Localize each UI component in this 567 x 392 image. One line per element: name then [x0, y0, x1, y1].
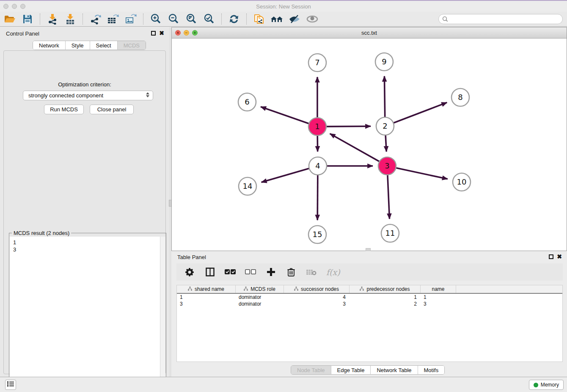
tab-network[interactable]: Network — [33, 41, 65, 50]
column-header-successor-nodes[interactable]: successor nodes — [284, 285, 350, 293]
search-input[interactable] — [438, 14, 563, 24]
table-cell[interactable]: dominator — [236, 294, 284, 301]
save-session-icon[interactable] — [21, 13, 34, 25]
graph-node-15[interactable]: 15 — [308, 226, 326, 243]
column-header-name[interactable]: name — [421, 285, 456, 293]
network-window-titlebar[interactable]: × − + scc.txt — [172, 28, 567, 39]
graph-node-label: 1 — [315, 122, 319, 131]
column-tree-icon — [360, 286, 364, 292]
duplicate-network-icon[interactable] — [253, 13, 265, 25]
graph-edge-3-10[interactable] — [396, 168, 448, 179]
show-columns-icon[interactable] — [204, 267, 215, 278]
network-graph[interactable]: 1234678910111415 — [172, 39, 567, 251]
zoom-selected-icon[interactable] — [203, 13, 215, 25]
export-network-icon[interactable] — [89, 13, 102, 25]
close-panel-icon[interactable]: ✖ — [159, 31, 164, 36]
close-panel-button[interactable]: Close panel — [90, 105, 134, 114]
graph-edge-3-11[interactable] — [388, 175, 390, 219]
splitter-handle[interactable] — [366, 248, 371, 251]
app-titlebar: Session: New Session — [0, 0, 567, 12]
table-row[interactable]: 3dominator323 — [177, 301, 562, 307]
tab-node-table[interactable]: Node Table — [291, 366, 331, 374]
graph-edge-2-3[interactable] — [385, 135, 386, 152]
float-panel-icon[interactable] — [549, 254, 553, 259]
hide-panels-icon[interactable] — [288, 13, 301, 25]
table-cell[interactable]: 3 — [177, 301, 236, 307]
graph-node-6[interactable]: 6 — [238, 93, 256, 111]
chevron-up-down-icon — [146, 92, 149, 97]
tab-network-table[interactable]: Network Table — [370, 366, 417, 374]
table-cell[interactable]: 4 — [284, 294, 350, 301]
deselect-all-rows-icon[interactable] — [245, 267, 256, 278]
export-table-icon[interactable] — [107, 13, 119, 25]
column-header-shared-name[interactable]: shared name — [177, 285, 236, 293]
graph-edge-1-6[interactable] — [261, 107, 309, 124]
graph-node-10[interactable]: 10 — [453, 173, 471, 191]
scrollbar[interactable] — [160, 237, 165, 392]
graph-edge-2-8[interactable] — [394, 102, 447, 123]
toolbar-separator — [246, 14, 247, 25]
mcds-result-title: MCDS result (2 nodes) — [12, 230, 71, 236]
graph-edge-4-14[interactable] — [261, 168, 309, 182]
memory-button[interactable]: Memory — [529, 380, 564, 390]
graph-edge-4-15[interactable] — [317, 175, 318, 220]
table-cell[interactable]: 3 — [421, 301, 456, 307]
graph-node-1[interactable]: 1 — [308, 118, 326, 135]
float-panel-icon[interactable] — [151, 31, 156, 36]
zoom-in-icon[interactable] — [149, 13, 162, 25]
tab-edge-table[interactable]: Edge Table — [331, 366, 371, 374]
mcds-result-line: 3 — [13, 246, 162, 253]
zoom-out-icon[interactable] — [167, 13, 180, 25]
table-cell[interactable]: 3 — [284, 301, 350, 307]
function-builder-icon: f(x) — [326, 268, 340, 277]
graph-edge-3-1[interactable] — [330, 134, 380, 162]
add-column-icon[interactable] — [265, 267, 276, 278]
delete-column-trash-icon[interactable] — [286, 267, 297, 278]
show-panels-icon[interactable] — [306, 13, 319, 25]
table-cell[interactable]: dominator — [236, 301, 284, 307]
graph-node-3[interactable]: 3 — [378, 157, 396, 175]
network-window-title: scc.txt — [172, 30, 567, 36]
tab-style[interactable]: Style — [65, 41, 90, 50]
node-table[interactable]: shared nameMCDS rolesuccessor nodesprede… — [176, 285, 563, 362]
close-panel-icon[interactable]: ✖ — [557, 254, 562, 259]
import-network-icon[interactable] — [46, 13, 59, 25]
graph-node-4[interactable]: 4 — [309, 157, 327, 175]
select-all-rows-icon[interactable] — [225, 267, 236, 278]
refresh-icon[interactable] — [228, 13, 240, 25]
graph-node-14[interactable]: 14 — [239, 177, 256, 195]
zoom-fit-icon[interactable] — [185, 13, 198, 25]
graph-node-8[interactable]: 8 — [451, 88, 469, 106]
table-cell[interactable]: 1 — [350, 294, 421, 301]
task-history-button[interactable] — [5, 380, 16, 390]
tab-mcds[interactable]: MCDS — [117, 41, 146, 50]
table-settings-gear-icon[interactable] — [184, 267, 195, 278]
graph-node-9[interactable]: 9 — [375, 53, 393, 71]
column-header-predecessor-nodes[interactable]: predecessor nodes — [350, 285, 421, 293]
table-row[interactable]: 1dominator411 — [177, 294, 562, 301]
graph-edge-2-9[interactable] — [384, 76, 385, 117]
graph-node-2[interactable]: 2 — [376, 117, 394, 135]
table-cell[interactable]: 2 — [350, 301, 421, 307]
table-cell[interactable]: 1 — [421, 294, 456, 301]
column-tree-icon — [244, 286, 248, 292]
graph-node-11[interactable]: 11 — [381, 224, 399, 242]
export-image-icon[interactable] — [124, 13, 137, 25]
run-mcds-button[interactable]: Run MCDS — [44, 105, 84, 114]
graph-node-7[interactable]: 7 — [308, 54, 326, 72]
network-overview-icon[interactable] — [270, 13, 283, 25]
network-canvas[interactable]: 1234678910111415 — [172, 39, 567, 251]
optimization-criterion-select[interactable]: strongly connected component — [23, 91, 153, 100]
tab-select[interactable]: Select — [90, 41, 117, 50]
table-panel-tabs: Node TableEdge TableNetwork TableMotifs — [291, 365, 445, 375]
tab-motifs[interactable]: Motifs — [418, 366, 445, 374]
column-header-label: shared name — [195, 286, 224, 292]
column-header-MCDS-role[interactable]: MCDS role — [236, 285, 284, 293]
import-table-icon[interactable] — [64, 13, 77, 25]
mcds-panel: Optimization criterion: strongly connect… — [3, 50, 166, 374]
graph-edge-1-2[interactable] — [326, 126, 371, 127]
toolbar-separator — [40, 14, 40, 25]
column-header-label: name — [432, 286, 444, 292]
table-cell[interactable]: 1 — [177, 294, 236, 301]
open-session-icon[interactable] — [3, 13, 16, 25]
